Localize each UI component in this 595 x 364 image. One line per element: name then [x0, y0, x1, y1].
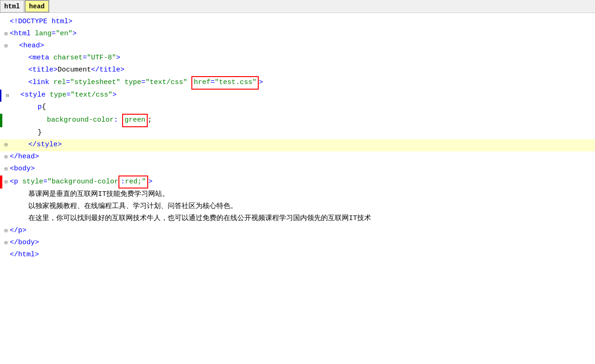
line-content: 以独家视频教程、在线编程工具、学习计划、问答社区为核心特色。 [10, 201, 237, 213]
code-area: <!DOCTYPE html>⊟<html lang="en">⊟<head><… [0, 13, 595, 261]
code-line: <!DOCTYPE html> [0, 16, 595, 28]
code-line: 以独家视频教程、在线编程工具、学习计划、问答社区为核心特色。 [0, 201, 595, 213]
fold-icon[interactable]: ⊟ [2, 28, 10, 40]
fold-icon[interactable]: ⊟ [2, 40, 10, 52]
fold-icon [2, 114, 10, 127]
line-content: <style type="text/css"> [11, 90, 117, 102]
code-line: ⊟<html lang="en"> [0, 28, 595, 40]
code-line: ⊟</body> [0, 237, 595, 249]
code-line: ⊟<p style="background-color:red;"> [0, 176, 595, 189]
code-line: ⊟</head> [0, 151, 595, 163]
fold-icon[interactable]: ⊟ [2, 139, 10, 151]
code-line: background-color: green; [0, 114, 595, 127]
code-line: </html> [0, 249, 595, 261]
line-content: </head> [10, 151, 39, 163]
line-content: 在这里，你可以找到最好的互联网技术牛人，也可以通过免费的在线公开视频课程学习国内… [10, 213, 371, 225]
fold-icon[interactable]: ⊟ [2, 163, 10, 176]
line-content: 慕课网是垂直的互联网IT技能免费学习网站。 [10, 188, 169, 201]
code-line: <meta charset="UTF-8"> [0, 52, 595, 64]
code-line: 慕课网是垂直的互联网IT技能免费学习网站。 [0, 188, 595, 201]
fold-icon[interactable]: ⊟ [2, 237, 10, 249]
line-content: <html lang="en"> [10, 28, 77, 40]
breadcrumb-bar: html head [0, 0, 595, 13]
code-line: ⊟</style> [0, 139, 595, 151]
fold-icon[interactable]: ⊟ [2, 176, 10, 189]
line-content: <p style="background-color:red;"> [10, 176, 152, 189]
line-content: } [10, 127, 42, 139]
line-content: </body> [10, 237, 39, 249]
line-content: <head> [10, 40, 44, 52]
code-line: p{ [0, 102, 595, 114]
fold-icon [2, 188, 10, 201]
fold-icon [2, 52, 10, 64]
breadcrumb-item-html[interactable]: html [0, 0, 24, 13]
line-content: <!DOCTYPE html> [10, 16, 72, 28]
fold-icon [2, 16, 10, 28]
line-content: </p> [10, 225, 26, 237]
fold-icon [2, 201, 10, 213]
code-line: } [0, 127, 595, 139]
code-line: 在这里，你可以找到最好的互联网技术牛人，也可以通过免费的在线公开视频课程学习国内… [0, 213, 595, 225]
fold-icon [2, 64, 10, 76]
breadcrumb-item-head[interactable]: head [25, 0, 50, 13]
fold-icon[interactable]: ⊟ [2, 151, 10, 163]
code-line: ⊟<body> [0, 163, 595, 176]
fold-icon [2, 213, 10, 225]
line-content: </style> [10, 139, 62, 151]
code-line: ⊟</p> [0, 225, 595, 237]
fold-icon [2, 127, 10, 139]
fold-icon[interactable]: ⊟ [2, 225, 10, 237]
line-content: p{ [10, 102, 46, 114]
code-line: ⊟<style type="text/css"> [0, 90, 595, 102]
line-content: <body> [10, 163, 35, 176]
code-line: <link rel="stylesheet" type="text/css" h… [0, 76, 595, 90]
fold-icon [2, 249, 10, 261]
fold-icon[interactable]: ⊟ [4, 90, 11, 102]
line-content: </html> [10, 249, 39, 261]
line-content: <link rel="stylesheet" type="text/css" h… [10, 76, 263, 90]
line-content: background-color: green; [10, 114, 152, 127]
line-content: <meta charset="UTF-8"> [10, 52, 120, 64]
fold-icon [2, 102, 10, 114]
code-line: ⊟<head> [0, 40, 595, 52]
fold-icon [2, 76, 10, 90]
code-line: <title>Document</title> [0, 64, 595, 76]
line-content: <title>Document</title> [10, 64, 124, 76]
